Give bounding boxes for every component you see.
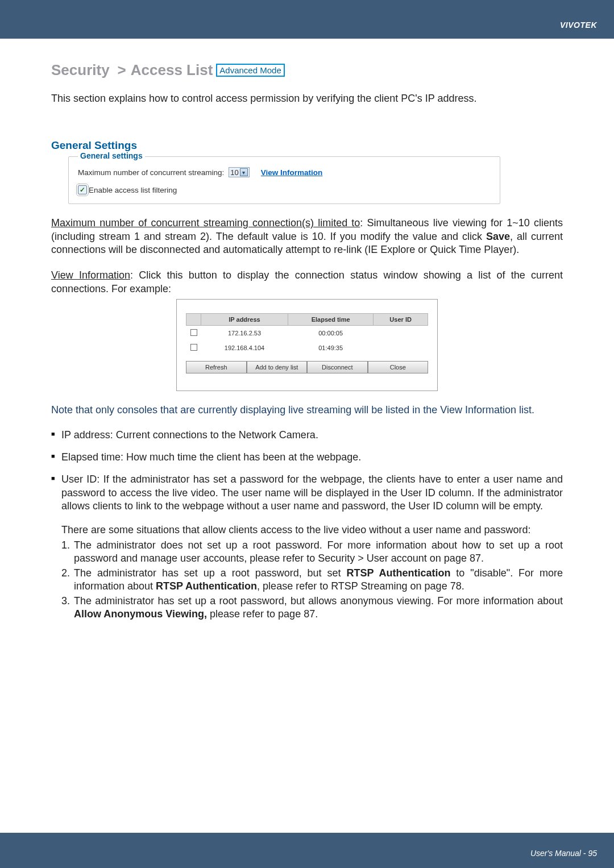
footer-bar: User's Manual - 95 [0, 833, 614, 868]
breadcrumb-security: Security [51, 61, 110, 79]
connection-status-window: IP address Elapsed time User ID 172.16.2… [176, 299, 438, 391]
close-button[interactable]: Close [368, 361, 429, 373]
view-info-paragraph: View Information: Click this button to d… [51, 269, 563, 296]
panel-legend: General settings [78, 151, 145, 160]
max-streaming-label: Maximum number of concurrent streaming: [78, 168, 224, 177]
row-checkbox[interactable] [190, 329, 197, 336]
advanced-mode-badge: Advanced Mode [216, 64, 284, 77]
brand-label: VIVOTEK [560, 20, 597, 30]
cell-elapsed: 01:49:35 [288, 340, 374, 355]
header-bar: VIVOTEK [0, 0, 614, 39]
max-streaming-select[interactable]: 10 [229, 167, 249, 177]
connection-table: IP address Elapsed time User ID 172.16.2… [186, 313, 428, 355]
max-streaming-value: 10 [230, 168, 238, 177]
bold-save: Save [486, 231, 510, 242]
row-checkbox[interactable] [190, 344, 197, 351]
cell-userid [374, 340, 428, 355]
ol-item-3: 3.The administrator has set up a root pa… [61, 595, 563, 621]
max-streaming-paragraph: Maximum number of concurrent streaming c… [51, 217, 563, 256]
cell-elapsed: 00:00:05 [288, 326, 374, 341]
disconnect-button[interactable]: Disconnect [307, 361, 368, 373]
breadcrumb-access-list: Access List [131, 61, 213, 79]
col-elapsed: Elapsed time [288, 314, 374, 326]
enable-filtering-label: Enable access list filtering [89, 186, 177, 194]
chevron-down-icon[interactable] [240, 168, 248, 176]
general-settings-heading: General Settings [51, 139, 563, 152]
view-information-link[interactable]: View Information [261, 168, 323, 177]
enable-filtering-checkbox[interactable] [78, 185, 87, 194]
refresh-button[interactable]: Refresh [186, 361, 247, 373]
col-ip: IP address [201, 314, 288, 326]
cell-ip: 172.16.2.53 [201, 326, 288, 341]
situations-intro: There are some situations that allow cli… [51, 524, 563, 537]
breadcrumb-separator: > [118, 61, 126, 79]
footer-page-label: User's Manual - 95 [530, 849, 597, 858]
ol-item-2: 2.The administrator has set up a root pa… [61, 567, 563, 593]
table-row: 172.16.2.53 00:00:05 [186, 326, 428, 341]
intro-text: This section explains how to control acc… [51, 92, 563, 105]
general-settings-panel: General settings Maximum number of concu… [68, 156, 500, 204]
note-text: Note that only consoles that are current… [51, 404, 563, 417]
table-row: 192.168.4.104 01:49:35 [186, 340, 428, 355]
col-select [186, 314, 201, 326]
col-userid: User ID [374, 314, 428, 326]
cell-ip: 192.168.4.104 [201, 340, 288, 355]
cell-userid [374, 326, 428, 341]
underline-view-info: View Information [51, 269, 130, 281]
content-area: Security > Access List Advanced Mode Thi… [0, 39, 614, 643]
ol-item-1: 1.The administrator does not set up a ro… [61, 539, 563, 566]
add-to-deny-list-button[interactable]: Add to deny list [247, 361, 308, 373]
underline-max: Maximum number of concurrent streaming c… [51, 217, 360, 229]
page-title: Security > Access List Advanced Mode [51, 61, 285, 79]
bullet-elapsed: Elapsed time: How much time the client h… [51, 451, 563, 464]
bullet-userid: User ID: If the administrator has set a … [51, 473, 563, 513]
bullet-ip: IP address: Current connections to the N… [51, 429, 563, 442]
